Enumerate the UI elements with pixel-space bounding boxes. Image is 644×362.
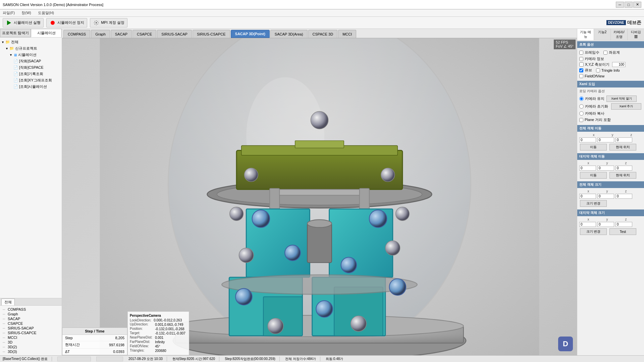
tree-item-cspace[interactable]: 📄 [작화]CSPACE [1,64,60,71]
minimize-button[interactable]: ─ [616,2,624,8]
sim-csapce[interactable]: ─ CSAPCE [1,321,60,326]
right-tab-debug[interactable]: 디버깅 ☰ [628,29,644,40]
right-tab-functions2[interactable]: 기능2 [594,29,611,40]
framerate-checkbox[interactable] [579,51,583,55]
status-progress2 [96,357,123,361]
all-size-y[interactable] [597,194,614,199]
right-tab-functions[interactable]: 기능 메뉴 [577,29,594,40]
site-current-pos-button[interactable]: 현재 위치 [609,172,636,179]
site-move-z[interactable] [615,166,632,171]
fov-checkbox[interactable] [579,74,583,78]
tab-sacap3d-point[interactable]: SACAP 3D(Point) [231,30,270,38]
dt-label: ΔT [62,349,94,355]
project-tree: ▼ 📁 전체 ▼ 📁 신규프로젝트 ▼ 🖥 시뮬레이션 📄 [작화]SACAP … [0,38,62,298]
tree-item-all[interactable]: ▼ 📁 전체 [1,39,60,45]
svg-point-32 [235,289,252,305]
site-size-test-button[interactable]: Test [609,228,636,235]
site-size-x[interactable] [579,222,596,227]
sim-stop-label: 시뮬레이션 정지 [57,20,84,25]
center-area: COMPASS Graph SACAP CSAPCE SIRIUS-SACAP … [62,29,577,355]
titlebar: SAMSON Client Version 1.0.0 (Demo) [Admi… [0,0,644,9]
site-move-x[interactable] [579,166,596,171]
site-move-y[interactable] [597,166,614,171]
sim-sirius-csapce[interactable]: ─ SIRIUS-CSAPCE [1,330,60,335]
menu-file[interactable]: 파일(F) [1,10,16,16]
menu-window[interactable]: 창(W) [20,10,33,16]
sim-sirius-sacap[interactable]: ─ SIRIUS-SACAP [1,326,60,330]
tab-graph[interactable]: Graph [91,30,110,38]
tab-sirius-csapce[interactable]: SIRIUS-CSAPCE [193,30,230,38]
triangle-checkbox[interactable] [596,68,600,72]
all-move-buttons: 이동 현재 위치 [579,143,642,151]
sim-graph[interactable]: ─ Graph [1,312,60,316]
all-move-content: x y z 이동 현재 위치 [577,132,644,153]
all-move-x[interactable] [579,137,596,142]
camerainfo-checkbox[interactable] [579,57,583,61]
site-size-y[interactable] [597,222,614,227]
camera-keep-radio[interactable] [579,97,584,101]
all-move-button[interactable]: 이동 [580,144,607,150]
tab-sirius-sacap[interactable]: SIRIUS-SACAP [157,30,192,38]
d-watermark-button[interactable]: D [558,337,573,351]
svg-point-30 [285,245,301,261]
tab-csapce[interactable]: CSAPCE [132,30,156,38]
all-move-y[interactable] [597,137,614,142]
mpi-settings-button[interactable]: MPI 계정 설정 [90,18,127,27]
cube-checkbox[interactable] [579,68,583,72]
site-size-z[interactable] [615,222,632,227]
devzone-prefix: DEVZONE [606,20,626,25]
xaml-open-button[interactable]: Xaml 작체 열기 [606,96,637,102]
sim-compass[interactable]: ─ COMPASS [1,307,60,312]
sim-mcci[interactable]: ─ MCCI [1,335,60,340]
xyz-axis-input[interactable] [612,62,626,67]
all-move-z[interactable] [615,137,632,142]
maximize-button[interactable]: □ [625,2,633,8]
close-button[interactable]: ✕ [633,2,641,8]
site-size-change-button[interactable]: 크기 변경 [580,228,607,235]
all-current-pos-button[interactable]: 현재 위치 [609,144,636,150]
xaml-add-button[interactable]: Xaml 추가 [611,103,641,110]
checkbox-triangle: Tringle Info [596,68,620,73]
mpi-settings-label: MPI 계정 설정 [101,20,124,25]
tab-compass[interactable]: COMPASS [63,30,90,38]
xyz-axis-row: X,Y,Z 축보이기 [579,62,642,67]
camera-copy-radio[interactable] [579,111,584,116]
sim-tab-bar: 전체 [0,298,62,306]
all-size-change-button[interactable]: 크기 변경 [580,200,607,207]
tree-item-sacap[interactable]: 📄 [작화]SACAP [1,58,60,64]
dt-row: ΔT 0.0393 [62,349,127,355]
tree-item-simulation[interactable]: ▼ 🖥 시뮬레이션 [1,52,60,58]
sim-stop-button[interactable]: 시뮬레이션 정지 [46,18,87,27]
xyz-axis-checkbox[interactable] [579,62,584,67]
tab-project-explorer[interactable]: 프로젝트 탐색기 [0,29,31,37]
sim-run-button[interactable]: 시뮬레이션 실행 [3,18,44,27]
sim-tab-all[interactable]: 전체 [1,299,15,305]
tree-item-newproject[interactable]: ▼ 📁 신규프로젝트 [1,45,60,52]
3d-viewport[interactable]: 52 FPS FoV ∠ 45° [62,38,577,355]
site-move-button[interactable]: 이동 [580,172,607,179]
all-size-x[interactable] [579,194,596,199]
camera-init-radio[interactable] [579,104,584,109]
sim-3d[interactable]: ─ 3D [1,340,60,345]
tab-cspace3d[interactable]: CSPACE 3D [308,30,338,38]
sim-3d3[interactable]: ─ 3D(3) [1,349,60,354]
3d-scene [62,38,577,355]
coordinate-checkbox[interactable] [603,51,607,55]
tree-item-graphview[interactable]: 📄 [조회]XY그래프조회 [1,77,60,83]
all-size-buttons: 크기 변경 [579,199,642,207]
tree-item-recordview[interactable]: 📄 [조회]기록조회 [1,71,60,77]
all-size-z[interactable] [615,194,632,199]
status-step-time: 현재Step:8205 시간:997.620 [172,357,219,361]
tab-sacap3d-area[interactable]: SACAP 3D(Area) [270,30,308,38]
sim-3d2[interactable]: ─ 3D(2) [1,345,60,349]
tab-sacap[interactable]: SACAP [111,30,132,38]
fov-info-label: FieldOfView: [130,344,154,349]
tab-mcci[interactable]: MCCI [338,30,356,38]
fov-value: FoV ∠ 45° [556,44,574,49]
plane-dist-checkbox[interactable] [579,118,583,122]
tree-item-simview[interactable]: 📄 [조회]시뮬레이션 [1,83,60,90]
menu-help[interactable]: 도움말(H) [37,10,55,16]
sim-sacap[interactable]: ─ SACAP [1,316,60,321]
right-tab-camera[interactable]: 카메라/조명 [611,29,628,40]
tab-simulation[interactable]: 시뮬레이션 [31,29,62,37]
